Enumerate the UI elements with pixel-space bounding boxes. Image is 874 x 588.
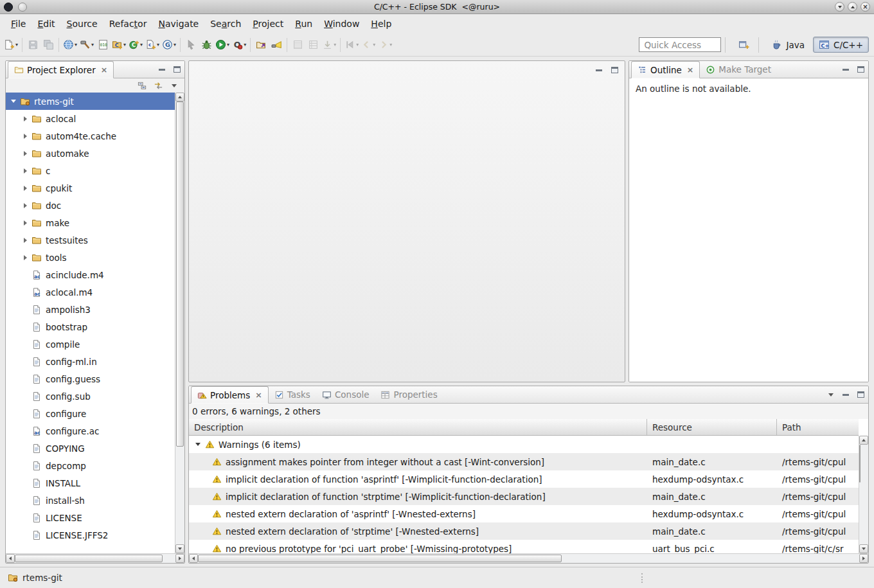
toolbar-build-all-button[interactable]: ▾ bbox=[78, 37, 95, 53]
scroll-up-button[interactable] bbox=[859, 436, 868, 445]
tree-expand-arrow[interactable] bbox=[20, 166, 30, 176]
tree-item-install[interactable]: INSTALL bbox=[6, 474, 175, 492]
toolbar-profile-button[interactable]: Q▾ bbox=[231, 37, 247, 53]
window-menu-icon[interactable] bbox=[4, 3, 13, 12]
tree-item-doc[interactable]: doc bbox=[6, 197, 175, 214]
scroll-down-button[interactable] bbox=[175, 544, 184, 553]
tree-item-configure-ac[interactable]: acconfigure.ac bbox=[6, 422, 175, 440]
tree-item-config-guess[interactable]: config.guess bbox=[6, 370, 175, 388]
toolbar-new-wizard-button[interactable]: ▾ bbox=[3, 37, 19, 53]
tree-expand-arrow[interactable] bbox=[20, 148, 30, 159]
toolbar-toggle-selection-button[interactable] bbox=[183, 37, 199, 53]
window-maximize-button[interactable] bbox=[848, 2, 857, 12]
quick-access-input[interactable] bbox=[639, 37, 721, 52]
menu-run[interactable]: Run bbox=[289, 16, 318, 31]
menu-edit[interactable]: Edit bbox=[31, 16, 60, 31]
tree-expand-arrow[interactable] bbox=[20, 114, 30, 124]
tree-item-depcomp[interactable]: depcomp bbox=[6, 457, 175, 474]
column-header-resource[interactable]: Resource bbox=[647, 419, 777, 435]
toolbar-next-annotation-button[interactable]: ▾ bbox=[321, 37, 337, 53]
problem-row[interactable]: nested extern declaration of 'strptime' … bbox=[189, 522, 859, 540]
column-header-description[interactable]: Description bbox=[189, 419, 647, 435]
toolbar-new-c-project-button[interactable]: C▾ bbox=[111, 37, 127, 53]
toolbar-forward-button[interactable]: ▾ bbox=[377, 37, 393, 53]
link-with-editor-button[interactable] bbox=[153, 80, 163, 91]
dropdown-arrow-icon[interactable]: ▾ bbox=[389, 42, 392, 48]
menu-project[interactable]: Project bbox=[247, 16, 289, 31]
menu-window[interactable]: Window bbox=[318, 16, 365, 31]
maximize-view-button[interactable] bbox=[855, 389, 866, 400]
tree-item-copying[interactable]: COPYING bbox=[6, 440, 175, 457]
scroll-up-button[interactable] bbox=[175, 93, 184, 102]
tree-expand-arrow[interactable] bbox=[20, 200, 30, 211]
tree-vertical-scrollbar[interactable] bbox=[175, 93, 184, 553]
minimize-view-button[interactable] bbox=[841, 64, 851, 75]
scroll-down-button[interactable] bbox=[859, 544, 868, 553]
dropdown-arrow-icon[interactable]: ▾ bbox=[140, 42, 143, 48]
dropdown-arrow-icon[interactable]: ▾ bbox=[373, 42, 375, 48]
perspective-java-button[interactable]: Java bbox=[765, 37, 810, 53]
scrollbar-thumb[interactable] bbox=[198, 555, 562, 562]
toolbar-open-element-button[interactable] bbox=[253, 37, 269, 53]
dropdown-arrow-icon[interactable]: ▾ bbox=[356, 42, 359, 48]
tree-item-automake[interactable]: automake bbox=[6, 145, 175, 162]
tree-item-c[interactable]: c bbox=[6, 162, 175, 179]
tree-item-tools[interactable]: tools bbox=[6, 249, 175, 266]
menu-file[interactable]: File bbox=[5, 16, 31, 31]
tree-item-license[interactable]: LICENSE bbox=[6, 509, 175, 526]
minimize-view-button[interactable] bbox=[157, 64, 167, 75]
tree-item-rtems-git[interactable]: rtems-git bbox=[6, 93, 175, 110]
problem-row[interactable]: nested extern declaration of 'asprintf' … bbox=[189, 505, 859, 522]
problems-tab-properties[interactable]: Properties bbox=[375, 386, 443, 403]
scroll-left-button[interactable] bbox=[6, 554, 15, 563]
maximize-editor-button[interactable] bbox=[609, 65, 620, 75]
tree-item-config-ml-in[interactable]: config-ml.in bbox=[6, 353, 175, 370]
tree-expand-arrow[interactable] bbox=[20, 218, 30, 228]
view-menu-button[interactable] bbox=[169, 80, 179, 91]
problem-row[interactable]: assignment makes pointer from integer wi… bbox=[189, 453, 859, 470]
toolbar-previous-annotation-button[interactable]: ▾ bbox=[343, 37, 360, 53]
toolbar-build-configuration-button[interactable]: 010 bbox=[95, 37, 111, 53]
close-icon[interactable]: × bbox=[255, 390, 262, 400]
problems-vertical-scrollbar[interactable] bbox=[859, 436, 868, 553]
dropdown-arrow-icon[interactable]: ▾ bbox=[334, 42, 336, 48]
tree-item-license-jffs2[interactable]: LICENSE.JFFS2 bbox=[6, 526, 175, 544]
toolbar-run-button[interactable]: ▾ bbox=[214, 37, 231, 53]
tree-item-autom4te-cache[interactable]: autom4te.cache bbox=[6, 127, 175, 145]
toolbar-last-edit-location-button[interactable] bbox=[290, 37, 305, 53]
toolbar-debug-button[interactable] bbox=[199, 37, 214, 53]
scroll-left-button[interactable] bbox=[189, 554, 198, 563]
perspective-cpp-button[interactable]: C+ C/C++ bbox=[813, 37, 869, 53]
toolbar-back-button[interactable]: ▾ bbox=[360, 37, 377, 53]
problem-row[interactable]: implicit declaration of function 'strpti… bbox=[189, 488, 859, 505]
toolbar-new-source-file-button[interactable]: c▾ bbox=[144, 37, 161, 53]
tree-expand-arrow[interactable] bbox=[20, 131, 30, 141]
scrollbar-thumb[interactable] bbox=[176, 102, 184, 447]
tree-item-configure[interactable]: configure bbox=[6, 405, 175, 422]
problem-row[interactable]: no previous prototype for 'pci_uart_prob… bbox=[189, 540, 859, 553]
menu-source[interactable]: Source bbox=[61, 16, 103, 31]
tree-item-acinclude-m4[interactable]: acacinclude.m4 bbox=[6, 266, 175, 283]
tree-collapse-arrow[interactable] bbox=[8, 96, 19, 107]
toolbar-search-button[interactable] bbox=[269, 37, 284, 53]
scroll-right-button[interactable] bbox=[175, 554, 184, 563]
open-perspective-button[interactable] bbox=[736, 37, 752, 52]
minimize-view-button[interactable] bbox=[841, 389, 851, 400]
toolbar-new-cpp-class-button[interactable]: C▾ bbox=[127, 37, 144, 53]
collapse-all-button[interactable] bbox=[137, 80, 147, 91]
menu-navigate[interactable]: Navigate bbox=[152, 16, 204, 31]
dropdown-arrow-icon[interactable]: ▾ bbox=[157, 42, 159, 48]
outline-tab-outline[interactable]: Outline× bbox=[631, 61, 700, 78]
menu-help[interactable]: Help bbox=[365, 16, 397, 31]
dropdown-arrow-icon[interactable]: ▾ bbox=[244, 42, 246, 48]
scrollbar-thumb[interactable] bbox=[859, 445, 861, 483]
close-icon[interactable]: × bbox=[101, 65, 107, 75]
dropdown-arrow-icon[interactable]: ▾ bbox=[75, 42, 77, 48]
window-shade-button[interactable] bbox=[835, 2, 844, 12]
tree-item-compile[interactable]: compile bbox=[6, 335, 175, 353]
toolbar-next-edit-location-button[interactable] bbox=[305, 37, 321, 53]
group-collapse-arrow[interactable] bbox=[193, 440, 202, 449]
tree-expand-arrow[interactable] bbox=[20, 183, 30, 193]
tree-expand-arrow[interactable] bbox=[20, 235, 30, 245]
dropdown-arrow-icon[interactable]: ▾ bbox=[15, 42, 18, 48]
